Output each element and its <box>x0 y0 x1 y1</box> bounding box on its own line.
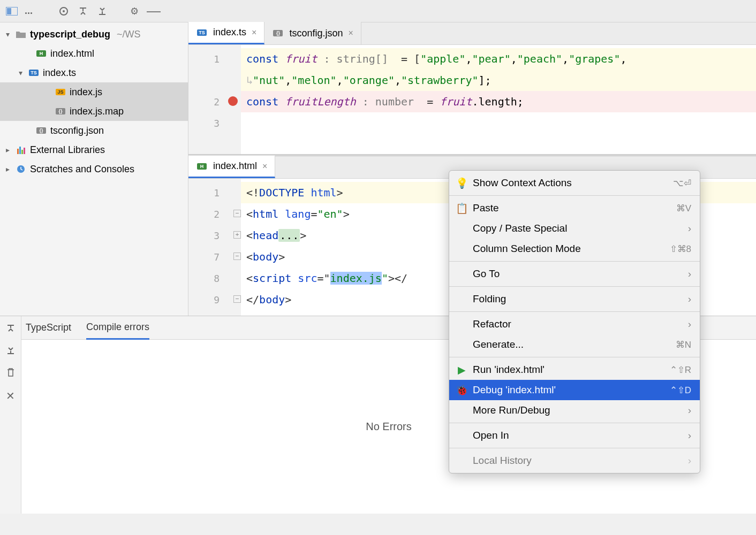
target-icon[interactable] <box>57 5 70 18</box>
tool-window-toolbar: ✕ <box>0 316 21 514</box>
json-file-icon: {} <box>55 106 66 116</box>
menu-paste[interactable]: 📋 Paste ⌘V <box>449 198 700 218</box>
menu-label: Go To <box>473 268 500 280</box>
close-icon[interactable]: × <box>252 28 256 37</box>
gutter: 1 2 3 7 8 9 <box>188 179 241 316</box>
fold-icon[interactable] <box>233 295 241 303</box>
menu-separator <box>449 357 700 357</box>
menu-label: Run 'index.html' <box>473 364 545 376</box>
file-index-ts[interactable]: ▾ TS index.ts <box>0 63 188 82</box>
line-number: 9 <box>214 294 220 305</box>
editor-tabs-upper: TS index.ts × {} tsconfig.json × <box>188 22 756 45</box>
menu-label: More Run/Debug <box>473 404 550 416</box>
file-label: index.html <box>50 48 94 59</box>
collapse-all-icon[interactable] <box>6 346 16 358</box>
scratches[interactable]: ▸ Scratches and Consoles <box>0 159 188 179</box>
shortcut: ⌃⇧D <box>670 385 691 396</box>
line-number: 7 <box>214 251 220 263</box>
menu-folding[interactable]: Folding › <box>449 289 700 309</box>
project-tree: ▾ typescript_debug ~/WS H index.html ▾ T… <box>0 22 188 316</box>
gear-icon[interactable]: ⚙ <box>128 5 141 18</box>
file-index-js[interactable]: JS index.js <box>0 82 188 102</box>
toolbar-more[interactable]: ... <box>25 5 33 17</box>
file-index-html[interactable]: H index.html <box>0 44 188 63</box>
close-icon[interactable]: ✕ <box>6 389 15 402</box>
tab-label: tsconfig.json <box>289 28 343 39</box>
libraries-icon <box>15 145 27 155</box>
line-number: 1 <box>214 54 220 65</box>
clipboard-icon: 📋 <box>456 202 467 215</box>
menu-more-run-debug[interactable]: More Run/Debug › <box>449 400 700 421</box>
tree-label: Scratches and Consoles <box>30 164 134 175</box>
json-file-icon: {} <box>272 28 284 38</box>
chevron-right-icon: › <box>688 455 691 467</box>
ts-file-icon: TS <box>28 68 40 78</box>
close-icon[interactable]: × <box>262 162 267 171</box>
tab-label: Compile errors <box>86 322 149 333</box>
menu-local-history[interactable]: Local History › <box>449 450 700 471</box>
project-root[interactable]: ▾ typescript_debug ~/WS <box>0 25 188 44</box>
menu-label: Folding <box>473 293 506 305</box>
file-label: index.ts <box>43 67 76 79</box>
collapse-all-icon[interactable] <box>96 5 109 18</box>
scratches-icon <box>15 164 27 174</box>
menu-label: Copy / Paste Special <box>473 223 567 234</box>
chevron-right-icon: › <box>688 404 691 416</box>
menu-separator <box>449 311 700 312</box>
external-libraries[interactable]: ▸ External Libraries <box>0 140 188 159</box>
svg-rect-1 <box>7 8 11 14</box>
code-area[interactable]: const fruit : string[] = ["apple","pear"… <box>241 45 756 154</box>
no-errors-label: No Errors <box>366 421 412 433</box>
menu-copy-paste-special[interactable]: Copy / Paste Special › <box>449 218 700 239</box>
fold-icon[interactable] <box>233 210 241 217</box>
shortcut: ⇧⌘8 <box>670 243 691 255</box>
line-number: 3 <box>214 230 220 241</box>
svg-point-3 <box>63 10 65 12</box>
js-file-icon: JS <box>55 87 66 97</box>
close-icon[interactable]: × <box>348 28 353 38</box>
context-menu: 💡 Show Context Actions ⌥⏎ 📋 Paste ⌘V Cop… <box>449 170 700 473</box>
menu-separator <box>449 261 700 262</box>
menu-debug[interactable]: 🐞 Debug 'index.html' ⌃⇧D <box>449 380 700 400</box>
chevron-right-icon: ▸ <box>3 165 12 173</box>
expand-all-icon[interactable] <box>77 5 89 18</box>
menu-show-context-actions[interactable]: 💡 Show Context Actions ⌥⏎ <box>449 173 700 193</box>
menu-label: Show Context Actions <box>473 177 572 189</box>
menu-column-selection[interactable]: Column Selection Mode ⇧⌘8 <box>449 239 700 259</box>
chevron-right-icon: › <box>688 268 691 280</box>
menu-goto[interactable]: Go To › <box>449 264 700 284</box>
fold-icon[interactable] <box>233 253 241 260</box>
fold-icon[interactable] <box>233 231 241 239</box>
chevron-down-icon: ▾ <box>16 68 25 77</box>
line-number: 3 <box>214 118 220 129</box>
root-path: ~/WS <box>117 29 141 40</box>
menu-generate[interactable]: Generate... ⌘N <box>449 334 700 355</box>
editor-ts[interactable]: 1 2 3 const fruit : string[] = ["apple",… <box>188 45 756 154</box>
chevron-right-icon: › <box>688 293 691 305</box>
chevron-right-icon: › <box>688 223 691 234</box>
expand-all-icon[interactable] <box>6 324 16 336</box>
file-tsconfig[interactable]: {} tsconfig.json <box>0 121 188 140</box>
menu-open-in[interactable]: Open In › <box>449 425 700 446</box>
menu-label: Column Selection Mode <box>473 243 581 255</box>
menu-label: Open In <box>473 430 509 441</box>
trash-icon[interactable] <box>6 368 15 380</box>
chevron-down-icon: ▾ <box>3 30 12 39</box>
tab-compile-errors[interactable]: Compile errors <box>86 316 149 340</box>
folder-icon <box>15 29 27 39</box>
menu-label: Paste <box>473 202 499 214</box>
shortcut: ⌘N <box>676 339 691 350</box>
menu-label: Generate... <box>473 339 524 350</box>
file-index-js-map[interactable]: {} index.js.map <box>0 102 188 121</box>
chevron-right-icon: › <box>688 430 691 441</box>
tab-typescript[interactable]: TypeScript <box>26 316 71 340</box>
minimize-icon[interactable]: — <box>147 5 160 18</box>
tab-tsconfig[interactable]: {} tsconfig.json × <box>264 22 361 44</box>
tab-index-ts[interactable]: TS index.ts × <box>188 22 264 44</box>
view-mode-icon[interactable] <box>5 5 18 18</box>
menu-run[interactable]: ▶ Run 'index.html' ⌃⇧R <box>449 360 700 380</box>
file-label: index.js <box>70 87 102 98</box>
menu-refactor[interactable]: Refactor › <box>449 314 700 334</box>
tab-index-html[interactable]: H index.html × <box>188 156 275 178</box>
breakpoint-icon[interactable] <box>228 96 238 106</box>
